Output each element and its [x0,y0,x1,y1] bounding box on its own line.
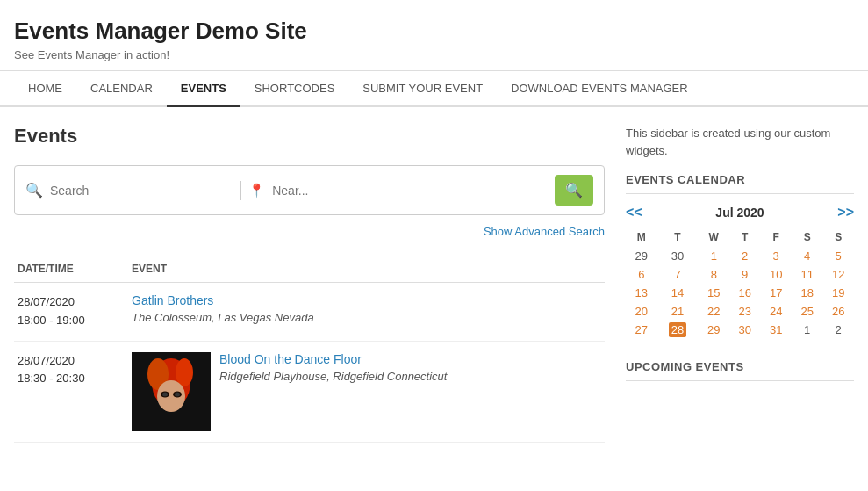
calendar-day-cell: 4 [792,247,822,265]
calendar-day-cell: 15 [699,284,729,302]
search-input[interactable] [50,184,233,198]
location-icon: 📍 [248,183,265,199]
calendar-day-link[interactable]: 11 [800,268,813,281]
svg-rect-5 [149,412,193,431]
calendar-day-link[interactable]: 26 [832,305,844,318]
calendar-day-link[interactable]: 17 [770,286,782,300]
calendar-day-link[interactable]: 7 [674,268,680,281]
calendar-widget-title: EVENTS CALENDAR [626,173,854,194]
calendar-day-cell: 29 [699,321,729,339]
cal-day-header: S [792,227,822,247]
calendar-day-link[interactable]: 12 [832,268,844,281]
event-title-link[interactable]: Gatlin Brothers [132,293,213,307]
calendar-day-link[interactable]: 30 [738,323,750,336]
calendar-today[interactable]: 28 [669,322,686,337]
calendar-day-link[interactable]: 5 [836,249,842,263]
event-image [132,352,211,431]
calendar-day-link[interactable]: 3 [773,249,779,263]
calendar-day-link[interactable]: 19 [832,286,844,300]
calendar-month-label: Jul 2020 [715,206,764,220]
cal-day-header: T [656,227,698,247]
calendar-day-link[interactable]: 25 [800,305,813,318]
svg-point-9 [175,392,180,396]
calendar-day-link[interactable]: 22 [707,305,720,318]
nav-item-shortcodes[interactable]: SHORTCODES [240,71,349,105]
calendar-day-link[interactable]: 21 [671,305,684,318]
calendar-table: MTWTFSS 29301234567891011121314151617181… [626,227,854,339]
calendar-day-cell: 31 [760,321,791,339]
site-header: Events Manager Demo Site See Events Mana… [0,0,868,71]
calendar-body: 2930123456789101112131415161718192021222… [626,247,854,339]
calendar-nav: << Jul 2020 >> [626,205,854,220]
event-info-cell: Blood On the Dance Floor Ridgefield Play… [128,341,605,442]
calendar-day-cell: 1 [699,247,729,265]
calendar-day-link[interactable]: 1 [711,249,717,263]
nav-item-home[interactable]: HOME [14,71,76,105]
calendar-day-link[interactable]: 2 [742,249,748,263]
calendar-day-link[interactable]: 15 [707,286,720,300]
event-cell-inner: Blood On the Dance Floor Ridgefield Play… [132,352,601,431]
calendar-header-row: MTWTFSS [626,227,854,247]
calendar-widget: EVENTS CALENDAR << Jul 2020 >> MTWTFSS 2… [626,173,854,339]
cal-day-header: F [760,227,791,247]
calendar-day-link[interactable]: 24 [770,305,782,318]
calendar-day-link[interactable]: 8 [711,268,717,281]
calendar-day-link[interactable]: 6 [638,268,644,281]
calendar-next-btn[interactable]: >> [837,205,854,220]
search-button[interactable]: 🔍 [555,175,593,206]
calendar-day-link[interactable]: 27 [635,323,648,336]
calendar-day-cell: 12 [822,265,854,284]
svg-point-4 [157,380,185,412]
calendar-day-cell: 24 [760,302,791,321]
calendar-day-cell: 21 [656,302,698,321]
event-title-link[interactable]: Blood On the Dance Floor [219,352,362,366]
calendar-day-cell: 2 [822,321,854,339]
nav-item-events[interactable]: EVENTS [167,71,240,107]
calendar-day-link[interactable]: 29 [707,323,720,336]
calendar-day-cell: 11 [792,265,822,284]
calendar-day-link[interactable]: 20 [635,305,648,318]
search-container: 🔍 📍 🔍 [14,165,605,215]
advanced-search-link[interactable]: Show Advanced Search [484,225,605,238]
nav-item-download-events-manager[interactable]: DOWNLOAD EVENTS MANAGER [497,71,702,105]
site-title: Events Manager Demo Site [14,18,854,45]
svg-point-8 [162,392,168,396]
calendar-day-link[interactable]: 23 [738,305,750,318]
nav-item-calendar[interactable]: CALENDAR [76,71,167,105]
location-input[interactable] [272,184,548,198]
event-info-cell: Gatlin Brothers The Colosseum, Las Vegas… [128,283,605,342]
table-header-row: DATE/TIME EVENT [14,256,605,283]
events-table: DATE/TIME EVENT 28/07/202018:00 - 19:00 … [14,256,605,443]
calendar-day-cell: 16 [729,284,760,302]
advanced-search-row: Show Advanced Search [14,220,605,247]
calendar-day-link[interactable]: 10 [770,268,782,281]
sidebar-intro: This sidebar is created using our custom… [626,125,854,159]
nav-item-submit-your-event[interactable]: SUBMIT YOUR EVENT [348,71,497,105]
cal-day-header: W [699,227,729,247]
calendar-prev-btn[interactable]: << [626,205,642,220]
calendar-day-link[interactable]: 31 [770,323,782,336]
calendar-day-cell: 19 [822,284,854,302]
calendar-day-cell: 29 [626,247,656,265]
calendar-day-cell: 27 [626,321,656,339]
event-date: 28/07/202018:00 - 19:00 [18,293,125,330]
calendar-day-cell: 1 [792,321,822,339]
calendar-day-cell: 17 [760,284,791,302]
calendar-day-link[interactable]: 13 [635,286,648,300]
calendar-day-cell: 20 [626,302,656,321]
calendar-day-link[interactable]: 18 [800,286,813,300]
calendar-row: 20212223242526 [626,302,854,321]
calendar-day-link[interactable]: 16 [738,286,750,300]
calendar-day-link[interactable]: 4 [804,249,810,263]
event-location: The Colosseum, Las Vegas Nevada [132,311,601,324]
calendar-day-cell: 22 [699,302,729,321]
main-layout: Events 🔍 📍 🔍 Show Advanced Search DATE/T… [0,107,868,460]
calendar-day-cell: 30 [656,247,698,265]
calendar-day-link[interactable]: 14 [671,286,684,300]
calendar-day-cell: 14 [656,284,698,302]
table-row: 28/07/202018:30 - 20:30 [14,341,605,442]
page-title: Events [14,125,605,148]
calendar-day-cell: 18 [792,284,822,302]
col-datetime: DATE/TIME [14,256,128,283]
calendar-day-link[interactable]: 9 [742,268,748,281]
